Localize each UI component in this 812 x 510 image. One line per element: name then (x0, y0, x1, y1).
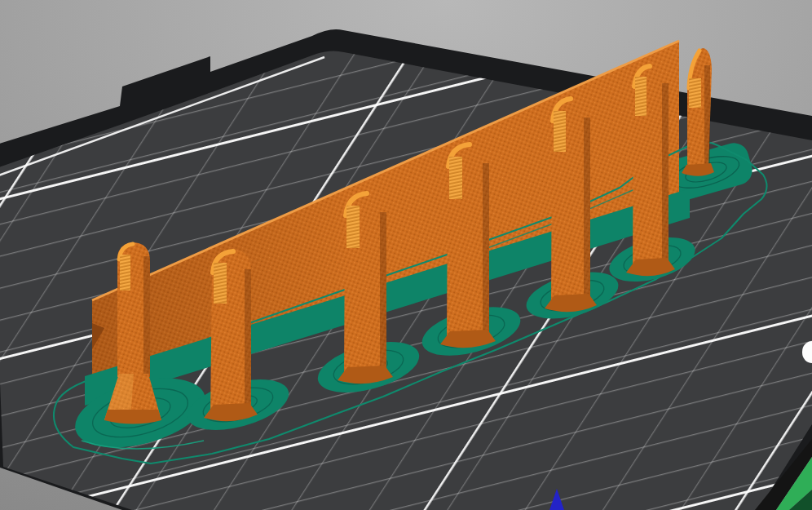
viewport-3d[interactable] (0, 0, 812, 510)
buttress[interactable] (545, 97, 597, 312)
buttress[interactable] (338, 192, 393, 384)
buttress[interactable] (626, 64, 675, 276)
buttress[interactable] (440, 143, 496, 348)
